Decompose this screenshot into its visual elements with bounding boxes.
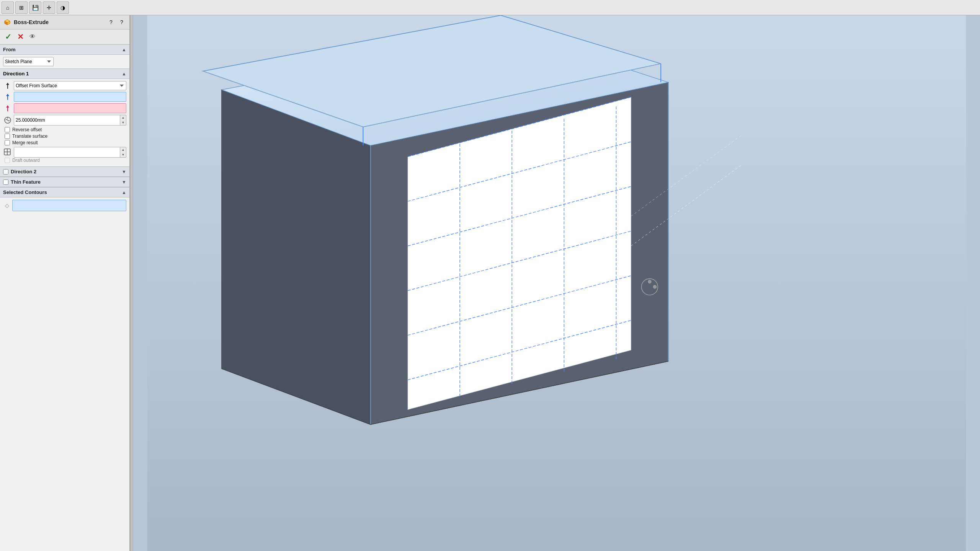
surface-arrow-icon <box>3 92 12 101</box>
main-layout: Boss-Extrude ? ? ✓ ✕ 👁 From <box>0 15 980 551</box>
from-chevron-icon <box>122 47 126 52</box>
grid-icon: ⊞ <box>19 5 24 11</box>
merge-result-row: Merge result <box>3 140 126 145</box>
3d-model-svg <box>133 15 980 551</box>
selected-contours-header-left: Selected Contours <box>3 189 47 195</box>
end-condition-row: Offset From Surface Blind Through All Up… <box>3 81 126 90</box>
direction2-label: Direction 2 <box>11 169 36 174</box>
draft-outward-row: Draft outward <box>3 158 126 163</box>
contour-input[interactable] <box>12 200 126 211</box>
offset-arrow-icon <box>3 104 12 113</box>
draft-outward-checkbox[interactable] <box>5 158 10 163</box>
from-dropdown[interactable]: Sketch Plane Surface/Face/Plane Vertex O… <box>3 57 54 66</box>
draft-angle-spinner-wrap: ▲ ▼ <box>14 147 126 158</box>
home-icon: ⌂ <box>6 5 9 11</box>
from-label: From <box>3 47 16 52</box>
reverse-offset-checkbox[interactable] <box>5 127 10 132</box>
direction1-label: Direction 1 <box>3 71 29 77</box>
from-header-left: From <box>3 47 16 52</box>
cancel-button[interactable]: ✕ <box>15 32 25 42</box>
translate-surface-row: Translate surface <box>3 134 126 139</box>
svg-marker-7 <box>6 94 9 96</box>
direction1-section-header[interactable]: Direction 1 <box>0 68 129 79</box>
draft-angle-decrement-button[interactable]: ▼ <box>120 152 126 157</box>
save-button[interactable]: 💾 <box>29 2 41 14</box>
crosshair-icon: ✛ <box>47 5 51 11</box>
help1-icon: ? <box>109 19 113 25</box>
draft-angle-icon <box>3 148 12 157</box>
surface-reference-input[interactable] <box>14 92 126 102</box>
depth-spinner-buttons: ▲ ▼ <box>120 115 126 125</box>
svg-marker-16 <box>222 90 371 424</box>
save-icon: 💾 <box>32 5 39 11</box>
end-condition-dropdown[interactable]: Offset From Surface Blind Through All Up… <box>14 81 126 90</box>
svg-marker-5 <box>6 83 9 85</box>
thin-feature-label: Thin Feature <box>11 179 41 185</box>
thin-feature-checkbox[interactable] <box>3 179 8 185</box>
panel-title-row: Boss-Extrude <box>3 18 49 26</box>
draft-angle-spinner-buttons: ▲ ▼ <box>120 147 126 157</box>
svg-marker-9 <box>6 105 9 108</box>
translate-surface-label[interactable]: Translate surface <box>12 134 47 139</box>
depth-spinner-row: 25.000000mm ▲ ▼ <box>3 115 126 126</box>
help2-button[interactable]: ? <box>117 18 126 27</box>
depth-increment-button[interactable]: ▲ <box>120 115 126 120</box>
crosshair-button[interactable]: ✛ <box>43 2 55 14</box>
help2-icon: ? <box>120 19 123 25</box>
selected-contours-section-header[interactable]: Selected Contours <box>0 187 129 197</box>
direction1-arrow-icon <box>3 81 12 90</box>
reverse-offset-row: Reverse offset <box>3 127 126 132</box>
preview-button[interactable]: 👁 <box>28 32 38 42</box>
draft-outward-label: Draft outward <box>12 158 40 163</box>
depth-input[interactable]: 25.000000mm <box>14 115 120 125</box>
panel-title: Boss-Extrude <box>14 19 49 25</box>
resize-handle[interactable] <box>130 15 133 551</box>
selected-contours-label: Selected Contours <box>3 189 47 195</box>
grid-button[interactable]: ⊞ <box>15 2 28 14</box>
contour-diamond-icon: ◇ <box>3 202 11 209</box>
ok-cancel-row: ✓ ✕ 👁 <box>0 29 129 44</box>
draft-angle-row: ▲ ▼ <box>3 147 126 158</box>
draft-angle-input[interactable] <box>14 147 120 157</box>
help1-button[interactable]: ? <box>106 18 116 27</box>
contour-input-row: ◇ <box>3 200 126 211</box>
home-button[interactable]: ⌂ <box>2 2 14 14</box>
direction1-chevron-icon <box>122 71 126 77</box>
boss-extrude-icon <box>3 18 11 26</box>
merge-result-label[interactable]: Merge result <box>12 140 38 145</box>
offset-reference-input[interactable] <box>14 103 126 113</box>
direction2-chevron-icon <box>122 169 126 174</box>
svg-point-43 <box>648 280 652 284</box>
3d-viewport[interactable] <box>133 15 980 551</box>
surface-input-row <box>3 92 126 102</box>
from-section-content: Sketch Plane Surface/Face/Plane Vertex O… <box>0 55 129 68</box>
from-section-header[interactable]: From <box>0 44 129 55</box>
direction1-section-content: Offset From Surface Blind Through All Up… <box>0 79 129 166</box>
depth-decrement-button[interactable]: ▼ <box>120 120 126 125</box>
translate-surface-checkbox[interactable] <box>5 134 10 139</box>
svg-point-44 <box>653 285 657 289</box>
color-icon: ◑ <box>60 5 65 11</box>
main-toolbar: ⌂ ⊞ 💾 ✛ ◑ <box>0 0 980 15</box>
selected-contours-section-content: ◇ <box>0 197 129 214</box>
offset-input-row <box>3 103 126 113</box>
direction2-header-left: Direction 2 <box>3 169 36 174</box>
ok-button[interactable]: ✓ <box>3 32 13 42</box>
color-button[interactable]: ◑ <box>57 2 69 14</box>
depth-icon <box>3 116 12 125</box>
property-panel: Boss-Extrude ? ? ✓ ✕ 👁 From <box>0 15 130 551</box>
panel-header: Boss-Extrude ? ? <box>0 15 129 29</box>
thin-feature-header-left: Thin Feature <box>3 179 41 185</box>
thin-feature-section-header[interactable]: Thin Feature <box>0 177 129 187</box>
draft-angle-increment-button[interactable]: ▲ <box>120 147 126 152</box>
depth-spinner-wrap: 25.000000mm ▲ ▼ <box>14 115 126 126</box>
merge-result-checkbox[interactable] <box>5 140 10 145</box>
reverse-offset-label[interactable]: Reverse offset <box>12 127 42 132</box>
panel-actions: ? ? <box>106 18 126 27</box>
thin-feature-chevron-icon <box>122 179 126 185</box>
selected-contours-chevron-icon <box>122 190 126 195</box>
direction2-section-header[interactable]: Direction 2 <box>0 166 129 177</box>
direction2-checkbox[interactable] <box>3 169 8 174</box>
